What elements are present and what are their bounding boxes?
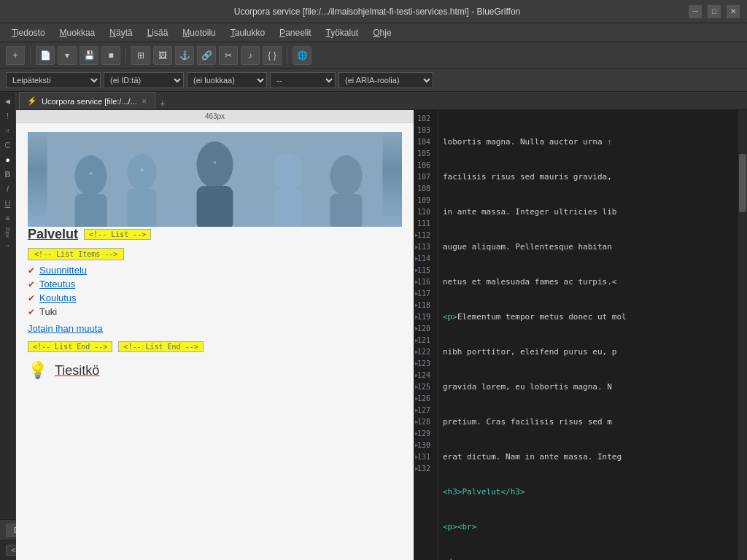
sidebar-icon-quote[interactable]: " — [1, 241, 15, 254]
tab-close-button[interactable]: ✕ — [142, 98, 147, 105]
ln-119: 119 — [414, 311, 433, 323]
code-panel: 102 103 104 105 106 107 108 109 110 111 … — [414, 110, 747, 560]
maximize-button[interactable]: □ — [708, 5, 721, 18]
format-select[interactable]: Leipäteksti — [6, 72, 101, 88]
ln-103: 103 — [414, 125, 433, 136]
menu-lisaa[interactable]: Lisää — [142, 26, 174, 39]
ln-130: 130 — [414, 440, 433, 451]
link-button[interactable]: 🔗 — [197, 46, 216, 65]
code-text[interactable]: lobortis magna. Nulla auctor urna ↑ faci… — [438, 110, 747, 560]
list-end-1: <!-- List End --> — [28, 341, 112, 352]
sidebar-icon-c[interactable]: C — [1, 139, 15, 152]
svg-point-13 — [214, 161, 217, 164]
sep3 — [287, 47, 287, 63]
check-icon-1: ✔ — [28, 265, 35, 276]
link-jotain[interactable]: Jotain ihan muuta — [28, 323, 402, 334]
ln-118: 118 — [414, 300, 433, 311]
scissors-button[interactable]: ✂ — [219, 46, 238, 65]
code-line-111: erat dictum. Nam in ante massa. Integ — [443, 451, 743, 463]
svg-point-5 — [197, 141, 233, 188]
anchor-button[interactable]: ⚓ — [175, 46, 194, 65]
list-item-1: Suunnittelu — [39, 265, 87, 276]
title-bar: Ucorpora service [file:/.../ilmaisohjelm… — [0, 0, 747, 23]
check-icon-2: ✔ — [28, 279, 35, 289]
svg-point-1 — [75, 155, 107, 196]
ln-106: 106 — [414, 160, 433, 171]
image-button[interactable]: 🖼 — [153, 46, 172, 65]
code-content[interactable]: 102 103 104 105 106 107 108 109 110 111 … — [414, 110, 747, 560]
ln-102: 102 — [414, 113, 433, 125]
ln-109: 109 — [414, 195, 433, 206]
ln-113: 113 — [414, 241, 433, 253]
sidebar-icon-size[interactable]: 20px — [1, 226, 15, 239]
class-select[interactable]: (ei luokkaa) — [187, 72, 267, 88]
window-title: Ucorpora service [file:/.../ilmaisohjelm… — [234, 7, 521, 17]
new-doc-button[interactable]: 📄 — [36, 46, 55, 65]
minimize-button[interactable]: ─ — [689, 5, 702, 18]
tab-add-button[interactable]: + — [155, 98, 170, 109]
stop-button[interactable]: ■ — [101, 46, 120, 65]
sidebar-icon-2[interactable]: !! — [1, 124, 15, 137]
svg-rect-4 — [128, 189, 157, 227]
sidebar-toggle-icon[interactable]: ◀ — [1, 95, 15, 108]
wysiwyg-content[interactable]: Palvelut <!-- List --> <!-- List Items -… — [16, 123, 414, 560]
sidebar-icon-1[interactable]: ! — [1, 109, 15, 122]
globe-button[interactable]: 🌐 — [293, 46, 311, 65]
menu-muotoilu[interactable]: Muotoilu — [177, 26, 221, 39]
bulb-icon: 💡 — [28, 361, 47, 380]
svg-point-9 — [330, 155, 363, 196]
sidebar-icon-i[interactable]: I — [1, 182, 15, 195]
ln-125: 125 — [414, 381, 433, 393]
code-line-108: nibh porttitor, eleifend purus eu, p — [443, 346, 743, 358]
editor-split: 463px — [16, 110, 747, 560]
sidebar-icon-b[interactable]: B — [1, 168, 15, 181]
list-item: ✔Tuki — [28, 306, 402, 317]
code-line-109: gravida lorem, eu lobortis magna. N — [443, 381, 743, 393]
code-vscroll[interactable] — [738, 110, 747, 560]
line-numbers: 102 103 104 105 106 107 108 109 110 111 … — [414, 110, 438, 560]
list-item: ✔Toteutus — [28, 279, 402, 289]
active-tab[interactable]: ⚡ Ucorpora service [file:/.../... ✕ — [19, 92, 155, 109]
lang-select[interactable]: -- — [270, 72, 336, 88]
window-controls[interactable]: ─ □ ✕ — [689, 5, 740, 18]
table-button[interactable]: ⊞ — [131, 46, 150, 65]
svg-rect-2 — [75, 194, 107, 227]
svg-point-3 — [128, 154, 157, 190]
menu-tyokalut[interactable]: Työkalut — [320, 26, 365, 39]
content-list: ✔Suunnittelu ✔Toteutus ✔Koulutus ✔Tuki — [28, 265, 402, 317]
content-image — [28, 132, 402, 227]
menu-paneelit[interactable]: Paneelit — [274, 26, 317, 39]
ln-122: 122 — [414, 346, 433, 358]
section-title: Palvelut — [28, 227, 78, 242]
new-button[interactable]: + — [6, 46, 25, 65]
ln-120: 120 — [414, 323, 433, 335]
toolbar1: + 📄 ▾ 💾 ■ ⊞ 🖼 ⚓ 🔗 ✂ ♪ { } 🌐 — [0, 42, 747, 69]
aria-select[interactable]: (ei ARIA-roolia) — [338, 72, 433, 88]
ruler-label: 463px — [205, 112, 225, 120]
code-line-106: netus et malesuada fames ac turpis.< — [443, 276, 743, 288]
menu-muokkaa[interactable]: Muokkaa — [54, 26, 101, 39]
sidebar-icon-u[interactable]: U — [1, 197, 15, 210]
check-icon-3: ✔ — [28, 293, 35, 303]
menu-taulukko[interactable]: Taulukko — [225, 26, 271, 39]
sidebar-icon-circle[interactable]: ● — [1, 153, 15, 166]
open-button[interactable]: ▾ — [58, 46, 77, 65]
save-button[interactable]: 💾 — [80, 46, 98, 65]
music-button[interactable]: ♪ — [241, 46, 260, 65]
ln-121: 121 — [414, 335, 433, 346]
menu-nayta[interactable]: Näytä — [104, 26, 138, 39]
menu-ohje[interactable]: Ohje — [367, 26, 397, 39]
id-select[interactable]: (ei ID:tä) — [104, 72, 184, 88]
tab-icon: ⚡ — [27, 96, 37, 106]
code-vscroll-thumb[interactable] — [739, 154, 746, 212]
ln-110: 110 — [414, 206, 433, 218]
menu-tiedosto[interactable]: Tiedosto — [6, 26, 51, 39]
toolbar2: Leipäteksti (ei ID:tä) (ei luokkaa) -- (… — [0, 69, 747, 92]
sidebar-icon-list[interactable]: ≡ — [1, 211, 15, 225]
close-button[interactable]: ✕ — [727, 5, 740, 18]
code-line-104: in ante massa. Integer ultricies lib — [443, 206, 743, 218]
ruler: 463px — [16, 110, 414, 123]
ln-123: 123 — [414, 358, 433, 370]
script-button[interactable]: { } — [263, 46, 282, 65]
ln-128: 128 — [414, 416, 433, 428]
